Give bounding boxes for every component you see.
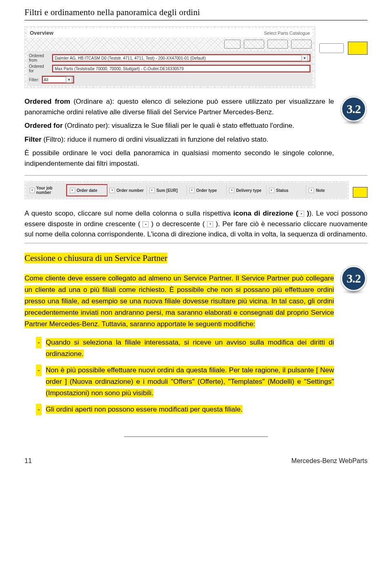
- truck2-icon: [291, 40, 312, 49]
- col-your-job-number[interactable]: ▾Your job number: [27, 185, 67, 196]
- col-sum[interactable]: ▾Sum [EUR]: [147, 185, 187, 196]
- sort-icon: ▾: [109, 188, 115, 193]
- version-badge: 3.2: [340, 96, 368, 125]
- ordered-for-label: Ordered for: [29, 64, 49, 73]
- filter-label: Filter:: [29, 78, 39, 82]
- paragraph-cessione: Come cliente deve essere collegato ad al…: [24, 273, 334, 330]
- ordered-for-value: Max Parts (Teststraße 70000, 70000, Stut…: [55, 67, 184, 71]
- col-status[interactable]: ▾Status: [266, 185, 306, 196]
- page-number: 11: [24, 457, 32, 465]
- ordered-from-dropdown[interactable]: Daimler AG, HB ITCASM D0 (Teststr. 4711,…: [52, 54, 311, 62]
- ordered-from-label: Ordered from: [29, 53, 49, 62]
- select-catalogue-label: Select Parts Catalogue: [264, 31, 310, 36]
- sort-icon: ▾: [149, 188, 155, 193]
- col-note[interactable]: ▾Note: [306, 185, 346, 196]
- list-item: Gli ordini aperti non possono essere mod…: [36, 404, 334, 415]
- ordered-for-dropdown[interactable]: Max Parts (Teststraße 70000, 70000, Stut…: [52, 65, 311, 73]
- vehicle-icons: [27, 38, 312, 51]
- sort-icon: ▾: [229, 188, 234, 193]
- highlight-marker: [353, 187, 368, 198]
- van-icon: [244, 40, 264, 49]
- filter-value: All: [44, 78, 48, 82]
- filter-dropdown[interactable]: All ▼: [42, 76, 74, 84]
- list-item: Non è più possibile effettuare nuovi ord…: [36, 365, 334, 399]
- version-badge: 3.2: [340, 266, 368, 294]
- badge-circle-icon: 3.2: [341, 96, 366, 122]
- footer-divider: [124, 436, 268, 437]
- paragraph-filter: Filter (Filtro): riduce il numero di ord…: [24, 134, 334, 145]
- sort-icon: ▾: [269, 188, 274, 193]
- modifications-list: Quando si seleziona la filiale interessa…: [24, 337, 334, 415]
- sort-icon: ▾: [30, 188, 35, 193]
- highlight-marker: [348, 42, 368, 55]
- sort-down-icon: ▾: [207, 221, 213, 227]
- sort-icon: ▾: [70, 188, 75, 193]
- chevron-down-icon: ▼: [66, 76, 72, 83]
- col-order-number[interactable]: ▾Order number: [107, 185, 147, 196]
- ordered-from-value: Daimler AG, HB ITCASM D0 (Teststr. 4711,…: [55, 56, 206, 60]
- badge-circle-icon: 3.2: [341, 266, 366, 291]
- divider: [24, 20, 368, 20]
- col-delivery-type[interactable]: ▾Delivery type: [226, 185, 266, 196]
- paragraph-ordered-from: Ordered from (Ordinare a): questo elenco…: [24, 96, 334, 117]
- sort-down-icon: ▾: [298, 211, 304, 217]
- overview-heading: Overview: [30, 30, 53, 36]
- paragraph-ordered-for: Ordered for (Ordinato per): visualizza l…: [24, 120, 334, 131]
- columns-screenshot: ▾Your job number ▾Order date ▾Order numb…: [24, 181, 368, 199]
- chevron-down-icon: ▼: [301, 55, 308, 61]
- sort-icon: ▾: [189, 188, 195, 193]
- car-icon: [224, 40, 241, 49]
- col-order-date[interactable]: ▾Order date: [67, 185, 107, 196]
- overview-screenshot: Overview Select Parts Catalogue Ordered …: [24, 26, 368, 88]
- paragraph-direction-icon: A questo scopo, cliccare sul nome della …: [24, 208, 368, 240]
- section-title: Filtri e ordinamento nella panoramica de…: [24, 7, 368, 18]
- divider: [24, 243, 368, 243]
- sort-up-icon: ▴: [143, 221, 149, 227]
- footer-title: Mercedes-Benz WebParts: [292, 457, 368, 465]
- paragraph-sort-info: È possibile ordinare le voci della panor…: [24, 148, 334, 169]
- sort-icon: ▾: [309, 188, 314, 193]
- page-footer: 11 Mercedes-Benz WebParts: [24, 453, 368, 465]
- divider: [24, 175, 368, 176]
- section2-title: Cessione o chiusura di un Service Partne…: [24, 253, 167, 263]
- truck-icon: [267, 40, 288, 49]
- bus-icon: [319, 42, 344, 55]
- list-item: Quando si seleziona la filiale interessa…: [36, 337, 334, 360]
- col-order-type[interactable]: ▾Order type: [187, 185, 227, 196]
